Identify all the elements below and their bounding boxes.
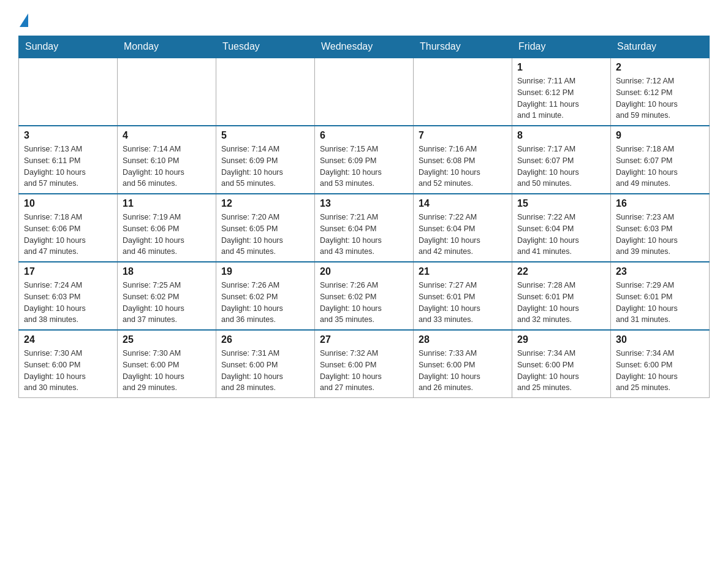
day-number: 30: [616, 334, 704, 345]
calendar-cell: 16Sunrise: 7:23 AM Sunset: 6:03 PM Dayli…: [611, 194, 710, 262]
day-info: Sunrise: 7:30 AM Sunset: 6:00 PM Dayligh…: [123, 348, 211, 394]
day-number: 4: [123, 130, 211, 141]
calendar-cell: 6Sunrise: 7:15 AM Sunset: 6:09 PM Daylig…: [315, 126, 414, 194]
day-info: Sunrise: 7:18 AM Sunset: 6:07 PM Dayligh…: [616, 144, 704, 190]
day-number: 7: [419, 130, 507, 141]
day-info: Sunrise: 7:14 AM Sunset: 6:10 PM Dayligh…: [123, 144, 211, 190]
day-number: 12: [221, 198, 309, 209]
page-header: [18, 12, 710, 26]
weekday-header-tuesday: Tuesday: [216, 36, 315, 58]
day-number: 6: [320, 130, 408, 141]
day-number: 3: [24, 130, 112, 141]
day-number: 1: [517, 62, 605, 73]
day-info: Sunrise: 7:24 AM Sunset: 6:03 PM Dayligh…: [24, 280, 112, 326]
day-number: 24: [24, 334, 112, 345]
calendar-cell: 12Sunrise: 7:20 AM Sunset: 6:05 PM Dayli…: [216, 194, 315, 262]
calendar-cell: 5Sunrise: 7:14 AM Sunset: 6:09 PM Daylig…: [216, 126, 315, 194]
calendar-cell: 28Sunrise: 7:33 AM Sunset: 6:00 PM Dayli…: [414, 330, 512, 398]
day-number: 13: [320, 198, 408, 209]
calendar-cell: 2Sunrise: 7:12 AM Sunset: 6:12 PM Daylig…: [611, 58, 710, 126]
day-number: 25: [123, 334, 211, 345]
day-number: 22: [517, 266, 605, 277]
calendar-cell: 7Sunrise: 7:16 AM Sunset: 6:08 PM Daylig…: [414, 126, 512, 194]
day-number: 19: [221, 266, 309, 277]
day-info: Sunrise: 7:25 AM Sunset: 6:02 PM Dayligh…: [123, 280, 211, 326]
calendar-cell: 15Sunrise: 7:22 AM Sunset: 6:04 PM Dayli…: [512, 194, 611, 262]
calendar-cell: 24Sunrise: 7:30 AM Sunset: 6:00 PM Dayli…: [19, 330, 118, 398]
day-info: Sunrise: 7:34 AM Sunset: 6:00 PM Dayligh…: [616, 348, 704, 394]
calendar-cell: 21Sunrise: 7:27 AM Sunset: 6:01 PM Dayli…: [414, 262, 512, 330]
logo: [18, 12, 29, 26]
weekday-header-saturday: Saturday: [611, 36, 710, 58]
calendar-cell: 17Sunrise: 7:24 AM Sunset: 6:03 PM Dayli…: [19, 262, 118, 330]
day-info: Sunrise: 7:20 AM Sunset: 6:05 PM Dayligh…: [221, 212, 309, 258]
day-info: Sunrise: 7:30 AM Sunset: 6:00 PM Dayligh…: [24, 348, 112, 394]
calendar-cell: 25Sunrise: 7:30 AM Sunset: 6:00 PM Dayli…: [118, 330, 216, 398]
day-info: Sunrise: 7:12 AM Sunset: 6:12 PM Dayligh…: [616, 75, 704, 121]
day-number: 9: [616, 130, 704, 141]
day-number: 8: [517, 130, 605, 141]
calendar-cell: [118, 58, 216, 126]
day-info: Sunrise: 7:16 AM Sunset: 6:08 PM Dayligh…: [419, 144, 507, 190]
day-number: 15: [517, 198, 605, 209]
calendar-cell: 27Sunrise: 7:32 AM Sunset: 6:00 PM Dayli…: [315, 330, 414, 398]
calendar-week-3: 10Sunrise: 7:18 AM Sunset: 6:06 PM Dayli…: [19, 194, 710, 262]
logo-triangle-icon: [20, 13, 28, 27]
day-info: Sunrise: 7:26 AM Sunset: 6:02 PM Dayligh…: [221, 280, 309, 326]
calendar-cell: 4Sunrise: 7:14 AM Sunset: 6:10 PM Daylig…: [118, 126, 216, 194]
calendar-cell: 20Sunrise: 7:26 AM Sunset: 6:02 PM Dayli…: [315, 262, 414, 330]
day-number: 27: [320, 334, 408, 345]
day-info: Sunrise: 7:23 AM Sunset: 6:03 PM Dayligh…: [616, 212, 704, 258]
day-info: Sunrise: 7:14 AM Sunset: 6:09 PM Dayligh…: [221, 144, 309, 190]
day-info: Sunrise: 7:18 AM Sunset: 6:06 PM Dayligh…: [24, 212, 112, 258]
day-number: 2: [616, 62, 704, 73]
weekday-header-row: SundayMondayTuesdayWednesdayThursdayFrid…: [19, 36, 710, 58]
calendar-cell: [19, 58, 118, 126]
day-number: 11: [123, 198, 211, 209]
calendar-cell: [414, 58, 512, 126]
day-number: 29: [517, 334, 605, 345]
day-info: Sunrise: 7:17 AM Sunset: 6:07 PM Dayligh…: [517, 144, 605, 190]
calendar-cell: [216, 58, 315, 126]
day-number: 28: [419, 334, 507, 345]
day-info: Sunrise: 7:22 AM Sunset: 6:04 PM Dayligh…: [517, 212, 605, 258]
calendar-cell: 13Sunrise: 7:21 AM Sunset: 6:04 PM Dayli…: [315, 194, 414, 262]
day-number: 20: [320, 266, 408, 277]
day-number: 21: [419, 266, 507, 277]
day-info: Sunrise: 7:13 AM Sunset: 6:11 PM Dayligh…: [24, 144, 112, 190]
calendar-week-1: 1Sunrise: 7:11 AM Sunset: 6:12 PM Daylig…: [19, 58, 710, 126]
calendar-cell: 23Sunrise: 7:29 AM Sunset: 6:01 PM Dayli…: [611, 262, 710, 330]
day-info: Sunrise: 7:19 AM Sunset: 6:06 PM Dayligh…: [123, 212, 211, 258]
calendar-week-2: 3Sunrise: 7:13 AM Sunset: 6:11 PM Daylig…: [19, 126, 710, 194]
weekday-header-monday: Monday: [118, 36, 216, 58]
day-info: Sunrise: 7:31 AM Sunset: 6:00 PM Dayligh…: [221, 348, 309, 394]
day-info: Sunrise: 7:26 AM Sunset: 6:02 PM Dayligh…: [320, 280, 408, 326]
calendar-cell: 14Sunrise: 7:22 AM Sunset: 6:04 PM Dayli…: [414, 194, 512, 262]
day-info: Sunrise: 7:34 AM Sunset: 6:00 PM Dayligh…: [517, 348, 605, 394]
day-number: 23: [616, 266, 704, 277]
weekday-header-friday: Friday: [512, 36, 611, 58]
calendar-week-4: 17Sunrise: 7:24 AM Sunset: 6:03 PM Dayli…: [19, 262, 710, 330]
day-info: Sunrise: 7:29 AM Sunset: 6:01 PM Dayligh…: [616, 280, 704, 326]
calendar-cell: [315, 58, 414, 126]
calendar-cell: 9Sunrise: 7:18 AM Sunset: 6:07 PM Daylig…: [611, 126, 710, 194]
calendar-cell: 11Sunrise: 7:19 AM Sunset: 6:06 PM Dayli…: [118, 194, 216, 262]
day-number: 10: [24, 198, 112, 209]
calendar-table: SundayMondayTuesdayWednesdayThursdayFrid…: [18, 36, 710, 398]
day-number: 18: [123, 266, 211, 277]
calendar-cell: 1Sunrise: 7:11 AM Sunset: 6:12 PM Daylig…: [512, 58, 611, 126]
calendar-cell: 26Sunrise: 7:31 AM Sunset: 6:00 PM Dayli…: [216, 330, 315, 398]
calendar-cell: 3Sunrise: 7:13 AM Sunset: 6:11 PM Daylig…: [19, 126, 118, 194]
day-number: 16: [616, 198, 704, 209]
day-info: Sunrise: 7:33 AM Sunset: 6:00 PM Dayligh…: [419, 348, 507, 394]
weekday-header-thursday: Thursday: [414, 36, 512, 58]
day-number: 5: [221, 130, 309, 141]
calendar-cell: 19Sunrise: 7:26 AM Sunset: 6:02 PM Dayli…: [216, 262, 315, 330]
calendar-cell: 8Sunrise: 7:17 AM Sunset: 6:07 PM Daylig…: [512, 126, 611, 194]
day-info: Sunrise: 7:21 AM Sunset: 6:04 PM Dayligh…: [320, 212, 408, 258]
weekday-header-sunday: Sunday: [19, 36, 118, 58]
day-info: Sunrise: 7:27 AM Sunset: 6:01 PM Dayligh…: [419, 280, 507, 326]
weekday-header-wednesday: Wednesday: [315, 36, 414, 58]
calendar-cell: 22Sunrise: 7:28 AM Sunset: 6:01 PM Dayli…: [512, 262, 611, 330]
calendar-cell: 10Sunrise: 7:18 AM Sunset: 6:06 PM Dayli…: [19, 194, 118, 262]
